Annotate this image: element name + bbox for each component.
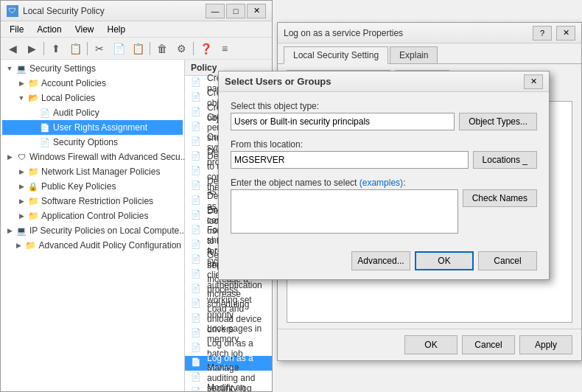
expander-advanced-audit[interactable]: ▶ [13,239,25,251]
dialog-ok-button[interactable]: OK [415,251,474,270]
account-policies-icon [27,77,39,89]
expander-security-settings[interactable]: ▼ [4,63,15,74]
view-button[interactable]: ≡ [216,40,234,57]
expander-network-list[interactable]: ▶ [15,166,27,178]
toolbar-separator-2 [87,42,88,55]
software-restriction-icon [27,195,39,207]
tree-node-ip-security[interactable]: ▶ IP Security Policies on Local Compute.… [2,223,183,238]
policy-item-21[interactable]: 📄 Modify an object label [185,385,272,391]
policy-item-icon-13: 📄 [191,269,203,281]
policy-item-icon-7: 📄 [191,181,203,192]
tree-node-software-restriction[interactable]: ▶ Software Restriction Policies [2,194,183,209]
policy-item-icon-6: 📄 [191,166,203,178]
expander-software-restriction[interactable]: ▶ [15,195,27,207]
props-close-button[interactable]: ✕ [556,26,575,41]
up-button[interactable]: ⬆ [47,40,65,57]
tree-node-windows-firewall[interactable]: ▶ Windows Firewall with Advanced Secu... [2,150,183,164]
menu-view[interactable]: View [69,23,100,36]
props-help-button[interactable]: ? [533,26,552,41]
props-window-title: Log on as a service Properties [284,28,528,38]
toolbar-separator-1 [43,42,44,55]
tree-node-account-policies[interactable]: ▶ Account Policies [2,76,183,91]
expander-ip-security[interactable]: ▶ [4,225,15,237]
ip-security-label: IP Security Policies on Local Compute... [29,225,185,236]
props-footer: OK Cancel Apply [278,329,581,360]
audit-policy-label: Audit Policy [53,108,99,118]
local-policies-icon [27,92,39,104]
policy-item-icon-1: 📄 [191,92,203,104]
minimize-button[interactable]: — [206,4,225,18]
cut-button[interactable]: ✂ [91,40,108,57]
show-hide-button[interactable]: 📋 [66,40,84,57]
object-names-section: Enter the object names to select (exampl… [231,178,537,234]
advanced-button[interactable]: Advanced... [351,251,410,270]
tree-node-security-settings[interactable]: ▼ Security Settings [2,61,183,76]
public-key-icon [27,181,39,192]
tree-node-app-control[interactable]: ▶ Application Control Policies [2,209,183,223]
tree-node-user-rights[interactable]: ▶ User Rights Assignment [2,120,183,135]
tree-node-audit-policy[interactable]: ▶ Audit Policy [2,105,183,120]
policy-column-header: Policy [191,63,217,73]
dialog-footer: Advanced... OK Cancel [219,245,549,279]
security-options-label: Security Options [53,137,118,147]
menu-file[interactable]: File [4,23,29,36]
paste-button[interactable]: 📋 [129,40,147,57]
menu-action[interactable]: Action [31,23,67,36]
location-label: From this location: [231,139,537,150]
location-input[interactable] [231,151,469,169]
tab-local-security[interactable]: Local Security Setting [284,46,388,64]
object-type-section: Select this object type: Object Types... [231,101,537,130]
expander-account-policies[interactable]: ▶ [15,77,27,89]
dialog-title: Select Users or Groups [225,76,519,87]
location-row: Locations _ [231,151,537,169]
tree-node-security-options[interactable]: ▶ Security Options [2,135,183,150]
forward-button[interactable]: ▶ [23,40,41,57]
menu-help[interactable]: Help [102,23,132,36]
locations-button[interactable]: Locations _ [473,151,537,169]
expander-public-key[interactable]: ▶ [15,181,27,192]
object-names-row: Check Names [231,189,537,234]
delete-button[interactable]: 🗑 [153,40,171,57]
tree-node-network-list[interactable]: ▶ Network List Manager Policies [2,164,183,179]
policy-item-icon-18: 📄 [191,343,203,354]
object-types-button[interactable]: Object Types... [459,113,537,130]
check-names-button[interactable]: Check Names [463,189,537,207]
back-button[interactable]: ◀ [4,40,21,57]
security-options-icon [39,136,51,148]
policy-item-icon-19: 📄 [191,357,203,369]
maximize-button[interactable]: □ [226,4,245,18]
props-ok-button[interactable]: OK [404,335,457,354]
expander-local-policies[interactable]: ▼ [15,92,27,104]
expander-windows-firewall[interactable]: ▶ [4,151,15,163]
help-button[interactable]: ❓ [197,40,214,57]
object-type-label: Select this object type: [231,101,537,111]
object-names-input[interactable] [231,189,458,234]
dialog-cancel-button[interactable]: Cancel [478,251,537,270]
object-type-input[interactable] [231,113,455,130]
app-control-label: Application Control Policies [41,211,148,221]
tab-explain[interactable]: Explain [390,46,438,63]
location-section: From this location: Locations _ [231,139,537,169]
policy-item-icon-5: 📄 [191,151,203,163]
tree-panel[interactable]: ▼ Security Settings ▶ Account Policies ▼… [1,60,185,391]
props-apply-button[interactable]: Apply [519,335,572,354]
security-settings-label: Security Settings [29,63,96,74]
user-rights-label: User Rights Assignment [53,122,147,133]
policy-item-icon-0: 📄 [191,77,203,89]
copy-button[interactable]: 📄 [110,40,127,57]
expander-app-control[interactable]: ▶ [15,210,27,222]
policy-item-icon-20: 📄 [191,372,203,384]
tree-node-public-key[interactable]: ▶ Public Key Policies [2,179,183,194]
dialog-close-button[interactable]: ✕ [524,74,543,89]
advanced-audit-label: Advanced Audit Policy Configuration [39,240,181,251]
toolbar: ◀ ▶ ⬆ 📋 ✂ 📄 📋 🗑 ⚙ ❓ ≡ [1,38,272,60]
policy-item-icon-12: 📄 [191,254,203,266]
menu-bar: File Action View Help [1,21,272,38]
properties-button[interactable]: ⚙ [172,40,190,57]
props-cancel-button[interactable]: Cancel [462,335,515,354]
close-button[interactable]: ✕ [247,4,266,18]
tree-node-advanced-audit[interactable]: ▶ Advanced Audit Policy Configuration [2,238,183,253]
policy-item-icon-9: 📄 [191,210,203,222]
tree-node-local-policies[interactable]: ▼ Local Policies [2,91,183,105]
select-users-dialog: Select Users or Groups ✕ Select this obj… [218,71,550,280]
